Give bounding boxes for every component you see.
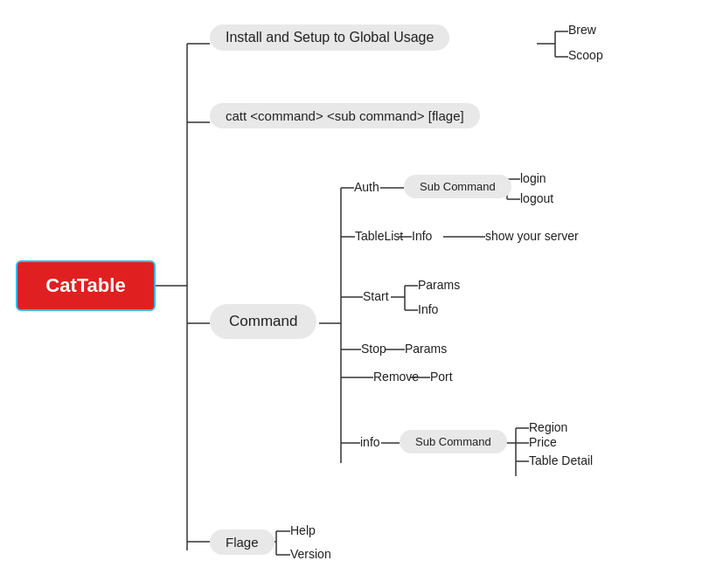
scoop-node: Scoop <box>568 48 603 62</box>
logout-label: logout <box>520 191 553 205</box>
stop-label: Stop <box>361 342 386 356</box>
params-start-node: Params <box>418 278 460 292</box>
login-label: login <box>520 171 546 185</box>
info-main-label: info <box>360 435 380 449</box>
command-label: Command <box>229 313 297 330</box>
version-label: Version <box>290 547 331 561</box>
logout-node: logout <box>520 191 553 205</box>
info-tablelist-label: Info <box>412 229 432 243</box>
price-label: Price <box>529 435 557 449</box>
install-label: Install and Setup to Global Usage <box>226 30 434 45</box>
port-label: Port <box>430 370 453 384</box>
sub-command-auth-label: Sub Command <box>420 180 496 193</box>
root-label: CatTable <box>45 274 125 297</box>
remove-node: Remove <box>373 370 419 384</box>
info-main-node: info <box>360 435 380 449</box>
tablelist-node: TableList <box>355 229 403 243</box>
sub-command-auth-node: Sub Command <box>404 175 511 198</box>
command-node: Command <box>210 304 316 339</box>
sub-command-info-node: Sub Command <box>400 430 507 453</box>
start-label: Start <box>363 289 389 303</box>
catt-label: catt <command> <sub command> [flage] <box>226 108 464 123</box>
diagram-container: CatTable Install and Setup to Global Usa… <box>0 0 716 588</box>
region-label: Region <box>529 420 567 434</box>
region-node: Region <box>529 420 567 434</box>
flage-label: Flage <box>226 535 259 550</box>
start-node: Start <box>363 289 389 303</box>
auth-node: Auth <box>354 180 379 194</box>
port-node: Port <box>430 370 453 384</box>
params-stop-node: Params <box>405 342 447 356</box>
help-node: Help <box>290 523 316 537</box>
stop-node: Stop <box>361 342 386 356</box>
brew-label: Brew <box>568 23 596 37</box>
login-node: login <box>520 171 546 185</box>
info-start-label: Info <box>418 302 438 316</box>
scoop-label: Scoop <box>568 48 603 62</box>
params-stop-label: Params <box>405 342 447 356</box>
help-label: Help <box>290 523 316 537</box>
params-start-label: Params <box>418 278 460 292</box>
brew-node: Brew <box>568 23 596 37</box>
tablelist-label: TableList <box>355 229 403 243</box>
sub-command-info-label: Sub Command <box>415 435 491 448</box>
info-start-node: Info <box>418 302 438 316</box>
price-node: Price <box>529 435 557 449</box>
show-server-node: show your server <box>485 229 579 243</box>
auth-label: Auth <box>354 180 379 194</box>
show-server-label: show your server <box>485 229 579 243</box>
catt-node: catt <command> <sub command> [flage] <box>210 103 480 128</box>
table-detail-label: Table Detail <box>529 453 593 467</box>
version-node: Version <box>290 547 331 561</box>
flage-node: Flage <box>210 529 275 555</box>
root-node: CatTable <box>16 260 156 311</box>
install-node: Install and Setup to Global Usage <box>210 24 449 51</box>
info-tablelist-node: Info <box>412 229 432 243</box>
remove-label: Remove <box>373 370 419 384</box>
table-detail-node: Table Detail <box>529 453 593 467</box>
